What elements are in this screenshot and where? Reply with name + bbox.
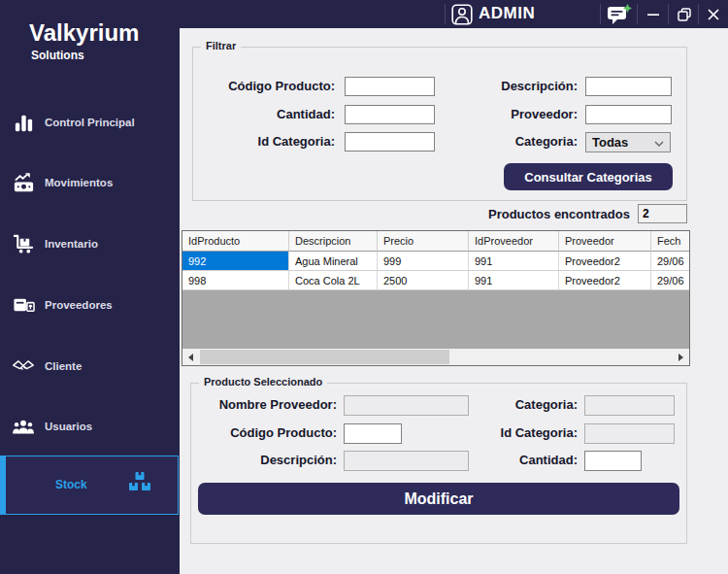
chevron-down-icon <box>654 135 664 150</box>
proveedor-label: Proveedor: <box>471 105 578 124</box>
users-icon <box>12 415 35 438</box>
grid-cell[interactable]: 998 <box>182 271 289 290</box>
grid-cell[interactable]: 991 <box>469 252 559 271</box>
sidebar-item-label: Proveedores <box>45 299 113 311</box>
table-row[interactable]: 998 Coca Cola 2L 2500 991 Proveedor2 29/… <box>182 271 689 290</box>
sidebar-item-proveedores[interactable]: Proveedores <box>12 291 172 319</box>
grid-cell[interactable]: 992 <box>182 252 289 271</box>
titlebar-separator <box>637 4 638 24</box>
scroll-right-arrow[interactable] <box>673 349 689 365</box>
sidebar-item-label: Control Principal <box>45 117 135 128</box>
column-header[interactable]: Descripcion <box>289 231 378 252</box>
id-categoria-sel-label: Id Categoria: <box>471 423 578 443</box>
modificar-button[interactable]: Modificar <box>198 483 679 515</box>
cart-icon <box>12 232 35 255</box>
descripcion-sel-label: Descripción: <box>192 451 337 470</box>
grid-cell[interactable]: Proveedor2 <box>559 252 651 271</box>
grid-cell[interactable]: Coca Cola 2L <box>289 271 378 290</box>
sidebar-item-cliente[interactable]: Cliente <box>12 353 172 380</box>
products-grid: IdProducto Descripcion Precio IdProveedo… <box>182 230 690 366</box>
sidebar-item-movimientos[interactable]: Movimientos <box>12 169 172 196</box>
categoria-sel-input <box>584 395 675 416</box>
codigo-producto-input[interactable] <box>345 77 435 96</box>
codigo-producto-sel-input[interactable] <box>344 423 402 444</box>
nombre-proveedor-label: Nombre Proveedor: <box>192 395 337 415</box>
sidebar-item-label: Cliente <box>45 360 82 372</box>
column-header[interactable]: Proveedor <box>559 231 651 252</box>
table-row-selected[interactable]: 992 Agua Mineral 999 991 Proveedor2 29/0… <box>182 252 689 271</box>
id-categoria-input[interactable] <box>345 132 435 152</box>
titlebar-separator <box>668 4 669 24</box>
categoria-sel-label: Categoria: <box>471 395 578 415</box>
codigo-producto-label: Código Producto: <box>192 77 335 96</box>
column-header[interactable]: IdProducto <box>182 231 289 252</box>
productos-encontrados-label: Productos encontrados <box>488 207 630 221</box>
chat-notification-icon[interactable] <box>605 3 634 25</box>
grid-cell[interactable]: 991 <box>469 271 559 290</box>
cantidad-sel-input[interactable] <box>584 451 642 471</box>
titlebar-separator <box>698 4 699 24</box>
grid-cell[interactable]: 2500 <box>378 271 469 290</box>
grid-cell[interactable]: Proveedor2 <box>559 271 651 290</box>
grid-cell[interactable]: 29/06 <box>651 252 689 271</box>
grid-cell[interactable]: 999 <box>378 252 469 271</box>
consultar-categorias-button[interactable]: Consultar Categorias <box>504 163 673 190</box>
categoria-dropdown-value: Todas <box>592 135 628 150</box>
column-header[interactable]: IdProveedor <box>469 231 559 252</box>
sidebar-item-stock-active[interactable]: Stock <box>0 456 179 515</box>
grid-header-row: IdProducto Descripcion Precio IdProveedo… <box>182 231 689 252</box>
brand-name: Valkyrium <box>29 19 139 47</box>
user-icon[interactable] <box>449 3 475 25</box>
handshake-icon <box>12 355 35 378</box>
horizontal-scrollbar[interactable] <box>182 349 689 365</box>
sidebar-item-control-principal[interactable]: Control Principal <box>12 109 172 136</box>
bar-chart-icon <box>12 111 35 134</box>
logged-in-user: ADMIN <box>479 0 535 28</box>
column-header[interactable]: Fech <box>651 231 689 252</box>
main-content: Filtrar Código Producto: Cantidad: Id Ca… <box>180 28 728 574</box>
id-categoria-sel-input <box>584 423 675 444</box>
codigo-producto-sel-label: Código Producto: <box>192 423 337 443</box>
titlebar-separator <box>600 4 601 24</box>
categoria-label: Categoria: <box>471 132 578 152</box>
minimize-icon[interactable] <box>641 3 666 25</box>
sidebar-item-usuarios[interactable]: Usuarios <box>12 413 172 440</box>
descripcion-label: Descripción: <box>471 77 578 96</box>
productos-encontrados-count <box>638 204 687 223</box>
grid-cell[interactable]: Agua Mineral <box>289 252 378 271</box>
box-arrow-icon <box>12 293 35 317</box>
proveedor-input[interactable] <box>585 105 672 124</box>
stock-boxes-icon <box>125 471 154 500</box>
sidebar-item-label: Stock <box>55 478 87 491</box>
cantidad-sel-label: Cantidad: <box>471 451 578 470</box>
scrollbar-thumb[interactable] <box>200 350 449 364</box>
filter-group-title: Filtrar <box>201 40 241 51</box>
descripcion-sel-input <box>344 451 469 471</box>
column-header[interactable]: Precio <box>378 231 469 252</box>
money-trend-icon <box>12 171 35 194</box>
scroll-left-arrow[interactable] <box>182 349 199 365</box>
cantidad-input[interactable] <box>345 105 435 124</box>
app-window: ADMIN Valkyrium <box>0 0 728 574</box>
categoria-dropdown[interactable]: Todas <box>585 132 671 152</box>
sidebar: Valkyrium Solutions Control Principal Mo… <box>0 0 180 574</box>
id-categoria-label: Id Categoria: <box>192 132 335 152</box>
descripcion-input[interactable] <box>585 77 672 96</box>
sidebar-item-inventario[interactable]: Inventario <box>12 230 172 257</box>
restore-icon[interactable] <box>672 3 697 25</box>
sidebar-item-label: Movimientos <box>45 177 113 188</box>
sidebar-item-label: Inventario <box>45 238 98 250</box>
titlebar-separator <box>445 4 446 24</box>
sidebar-item-label: Usuarios <box>45 421 92 432</box>
nombre-proveedor-input <box>344 395 469 416</box>
cantidad-label: Cantidad: <box>192 105 335 124</box>
grid-cell[interactable]: 29/06 <box>651 271 689 290</box>
close-icon[interactable] <box>701 3 726 25</box>
active-indicator-bar <box>1 456 6 514</box>
brand-subtitle: Solutions <box>31 49 84 62</box>
selected-product-title: Producto Seleccionado <box>199 376 327 388</box>
titlebar: ADMIN <box>180 0 728 28</box>
